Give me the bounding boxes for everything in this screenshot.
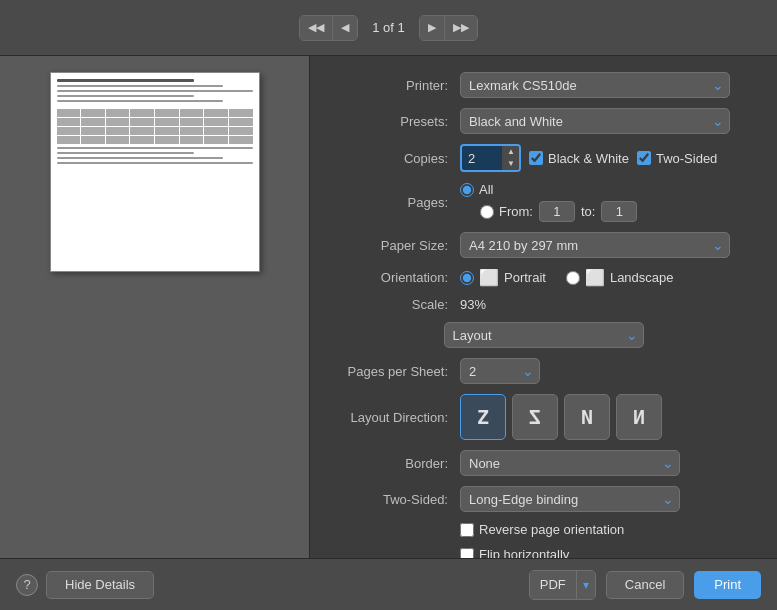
two-sided-copies-checkbox[interactable] bbox=[637, 151, 651, 165]
first-page-button[interactable]: ◀◀ bbox=[300, 16, 332, 40]
scale-label: Scale: bbox=[330, 297, 460, 312]
layout-icon-n[interactable]: N bbox=[564, 394, 610, 440]
last-page-button[interactable]: ▶▶ bbox=[444, 16, 477, 40]
two-sided-binding-select-wrapper: Long-Edge binding bbox=[460, 486, 680, 512]
black-white-checkbox[interactable] bbox=[529, 151, 543, 165]
portrait-text: Portrait bbox=[504, 270, 546, 285]
border-control: None bbox=[460, 450, 757, 476]
all-pages-label[interactable]: All bbox=[460, 182, 637, 197]
pages-options: All From: to: bbox=[460, 182, 637, 222]
copies-input[interactable] bbox=[462, 149, 502, 168]
reverse-page-checkbox[interactable] bbox=[460, 523, 474, 537]
black-white-label: Black & White bbox=[548, 151, 629, 166]
layout-icon-z[interactable]: Z bbox=[460, 394, 506, 440]
paper-size-row: Paper Size: A4 210 by 297 mm bbox=[330, 232, 757, 258]
presets-control: Black and White bbox=[460, 108, 757, 134]
paper-size-control: A4 210 by 297 mm bbox=[460, 232, 757, 258]
flip-horizontal-checkbox[interactable] bbox=[460, 548, 474, 559]
preview-table bbox=[57, 109, 253, 144]
layout-direction-row: Layout Direction: Z Z N N bbox=[330, 394, 757, 440]
from-pages-radio[interactable] bbox=[480, 205, 494, 219]
top-navigation-bar: ◀◀ ◀ 1 of 1 ▶ ▶▶ bbox=[0, 0, 777, 56]
flip-horizontal-label[interactable]: Flip horizontally bbox=[460, 547, 569, 558]
copies-spinners: ▲ ▼ bbox=[502, 146, 519, 170]
portrait-radio[interactable] bbox=[460, 271, 474, 285]
two-sided-binding-select[interactable]: Long-Edge binding bbox=[460, 486, 680, 512]
reverse-page-control: Reverse page orientation bbox=[460, 522, 757, 537]
orientation-row: Orientation: ⬜ Portrait ⬜ Landscape bbox=[330, 268, 757, 287]
print-button[interactable]: Print bbox=[694, 571, 761, 599]
from-pages-label[interactable]: From: bbox=[480, 204, 533, 219]
preview-line-5 bbox=[57, 100, 224, 102]
pages-per-sheet-select[interactable]: 2 bbox=[460, 358, 540, 384]
black-white-checkbox-label[interactable]: Black & White bbox=[529, 151, 629, 166]
flip-horizontal-control: Flip horizontally bbox=[460, 547, 757, 558]
preview-line-4 bbox=[57, 95, 194, 97]
main-content: Printer: Lexmark CS510de Presets: Black … bbox=[0, 56, 777, 558]
page-preview bbox=[50, 72, 260, 272]
paper-size-select[interactable]: A4 210 by 297 mm bbox=[460, 232, 730, 258]
page-indicator: 1 of 1 bbox=[364, 20, 413, 35]
pages-label: Pages: bbox=[330, 195, 460, 210]
bottom-bar: ? Hide Details PDF ▾ Cancel Print bbox=[0, 558, 777, 610]
flip-horizontal-row: Flip horizontally bbox=[330, 547, 757, 558]
reverse-page-label[interactable]: Reverse page orientation bbox=[460, 522, 624, 537]
presets-select-wrapper: Black and White bbox=[460, 108, 730, 134]
layout-select-wrapper: Layout bbox=[444, 322, 644, 348]
preview-content bbox=[51, 73, 259, 271]
from-input[interactable] bbox=[539, 201, 575, 222]
two-sided-copies-label: Two-Sided bbox=[656, 151, 717, 166]
from-to-row: From: to: bbox=[480, 201, 637, 222]
preview-line-7 bbox=[57, 152, 194, 154]
hide-details-button[interactable]: Hide Details bbox=[46, 571, 154, 599]
preview-line-1 bbox=[57, 79, 194, 82]
copies-increment[interactable]: ▲ bbox=[503, 146, 519, 158]
to-input[interactable] bbox=[601, 201, 637, 222]
nav-buttons-left: ◀◀ ◀ bbox=[299, 15, 358, 41]
page-navigation-group: ◀◀ ◀ 1 of 1 ▶ ▶▶ bbox=[299, 15, 478, 41]
orientation-control: ⬜ Portrait ⬜ Landscape bbox=[460, 268, 757, 287]
preview-line-6 bbox=[57, 147, 253, 149]
presets-label: Presets: bbox=[330, 114, 460, 129]
layout-icon-s[interactable]: Z bbox=[512, 394, 558, 440]
prev-page-button[interactable]: ◀ bbox=[332, 16, 357, 40]
pages-per-sheet-control: 2 bbox=[460, 358, 757, 384]
landscape-radio[interactable] bbox=[566, 271, 580, 285]
portrait-label[interactable]: ⬜ Portrait bbox=[460, 268, 546, 287]
layout-icon-n-mirror[interactable]: N bbox=[616, 394, 662, 440]
printer-select[interactable]: Lexmark CS510de bbox=[460, 72, 730, 98]
print-dialog: ◀◀ ◀ 1 of 1 ▶ ▶▶ bbox=[0, 0, 777, 610]
flip-horizontal-text: Flip horizontally bbox=[479, 547, 569, 558]
two-sided-checkbox-label[interactable]: Two-Sided bbox=[637, 151, 717, 166]
preview-line-8 bbox=[57, 157, 224, 159]
pdf-button[interactable]: PDF bbox=[530, 571, 576, 599]
copies-decrement[interactable]: ▼ bbox=[503, 158, 519, 170]
next-page-button[interactable]: ▶ bbox=[420, 16, 444, 40]
copies-label: Copies: bbox=[330, 151, 460, 166]
all-pages-radio[interactable] bbox=[460, 183, 474, 197]
layout-direction-control: Z Z N N bbox=[460, 394, 757, 440]
help-button[interactable]: ? bbox=[16, 574, 38, 596]
scale-value: 93% bbox=[460, 297, 486, 312]
layout-select[interactable]: Layout bbox=[444, 322, 644, 348]
preview-panel bbox=[0, 56, 310, 558]
printer-row: Printer: Lexmark CS510de bbox=[330, 72, 757, 98]
border-select[interactable]: None bbox=[460, 450, 680, 476]
printer-select-wrapper: Lexmark CS510de bbox=[460, 72, 730, 98]
landscape-text: Landscape bbox=[610, 270, 674, 285]
two-sided-binding-row: Two-Sided: Long-Edge binding bbox=[330, 486, 757, 512]
from-label: From: bbox=[499, 204, 533, 219]
bottom-right: PDF ▾ Cancel Print bbox=[529, 570, 761, 600]
cancel-button[interactable]: Cancel bbox=[606, 571, 684, 599]
landscape-label[interactable]: ⬜ Landscape bbox=[566, 268, 674, 287]
presets-select[interactable]: Black and White bbox=[460, 108, 730, 134]
preview-line-3 bbox=[57, 90, 253, 92]
nav-buttons-right: ▶ ▶▶ bbox=[419, 15, 478, 41]
preview-line-9 bbox=[57, 162, 253, 164]
presets-row: Presets: Black and White bbox=[330, 108, 757, 134]
reverse-page-text: Reverse page orientation bbox=[479, 522, 624, 537]
pdf-dropdown-arrow[interactable]: ▾ bbox=[576, 571, 595, 599]
two-sided-binding-label: Two-Sided: bbox=[330, 492, 460, 507]
preview-line-2 bbox=[57, 85, 224, 87]
layout-direction-label: Layout Direction: bbox=[330, 410, 460, 425]
